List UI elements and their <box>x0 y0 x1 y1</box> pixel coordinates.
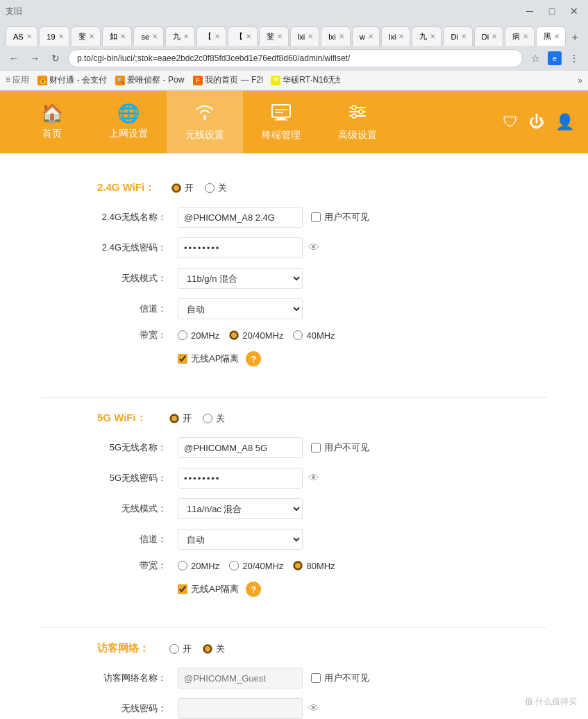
wifi-5g-ap-label[interactable]: 无线AP隔离 <box>178 583 239 595</box>
tab-di2[interactable]: Di✕ <box>474 26 503 46</box>
tab-l2[interactable]: 【✕ <box>228 26 258 46</box>
tab-di1[interactable]: Di✕ <box>443 26 472 46</box>
wifi-5g-off-label[interactable]: 关 <box>203 412 225 425</box>
new-tab-button[interactable]: + <box>567 29 582 46</box>
wifi-24g-bw-2040-radio[interactable] <box>229 330 239 340</box>
guest-on-label[interactable]: 开 <box>169 643 192 655</box>
wifi-24g-ssid-input[interactable] <box>178 207 303 228</box>
guest-on-radio[interactable] <box>169 644 179 654</box>
wifi-24g-bandwidth-row: 带宽： 20MHz 20/40MHz 40MHz <box>42 329 546 341</box>
apps-label[interactable]: ⠿ 应用 <box>6 74 29 86</box>
power-icon[interactable]: ⏻ <box>529 113 544 131</box>
bookmark-caifutong[interactable]: 💰 财付通 - 会支付 会生 <box>37 74 107 86</box>
more-bookmarks[interactable]: » <box>578 76 582 85</box>
back-button[interactable]: ← <box>6 50 22 67</box>
wifi-24g-ap-label[interactable]: 无线AP隔离 <box>178 353 239 365</box>
wifi-24g-password-input[interactable] <box>178 237 303 258</box>
menu-button[interactable]: ⋮ <box>566 50 582 67</box>
wifi-24g-off-label[interactable]: 关 <box>205 182 227 194</box>
forward-button[interactable]: → <box>26 50 43 67</box>
tab-jiu[interactable]: 九✕ <box>165 26 195 46</box>
wifi-24g-help-icon[interactable]: ? <box>246 351 261 366</box>
wifi-24g-bw-2040-label[interactable]: 20/40MHz <box>229 330 283 341</box>
nav-internet-label: 上网设置 <box>109 128 148 140</box>
wifi-5g-hidden-checkbox[interactable] <box>311 443 321 452</box>
guest-off-label[interactable]: 关 <box>203 643 225 655</box>
wifi-5g-ap-checkbox[interactable] <box>178 584 187 594</box>
wifi-5g-bandwidth-group: 20MHz 20/40MHz 80MHz <box>178 561 335 571</box>
tab-19[interactable]: 19✕ <box>39 26 69 46</box>
guest-header: 访客网络： 开 关 <box>97 642 546 655</box>
wifi-24g-on-radio[interactable] <box>171 183 181 193</box>
wifi-24g-eye-icon[interactable]: 👁 <box>308 242 319 254</box>
tab-jiu2[interactable]: 九✕ <box>412 26 442 46</box>
nav-terminal[interactable]: 终端管理 <box>243 91 319 153</box>
bookmark-awei[interactable]: 🔍 爱唯侦察 - Powered <box>115 74 185 86</box>
maximize-button[interactable]: □ <box>544 3 560 19</box>
wifi-5g-mode-select[interactable]: 11a/n/ac 混合 11a 11n 11ac <box>178 498 303 519</box>
wifi-5g-bw-80-radio[interactable] <box>293 561 303 570</box>
nav-home[interactable]: 🏠 首页 <box>14 91 90 153</box>
wifi-5g-ssid-input[interactable] <box>178 437 303 458</box>
wifi-24g-off-radio[interactable] <box>205 183 215 193</box>
nav-wireless[interactable]: 无线设置 <box>167 91 243 153</box>
wifi-5g-on-radio[interactable] <box>169 414 179 423</box>
wifi-24g-off-text: 关 <box>218 182 227 194</box>
minimize-button[interactable]: ─ <box>521 3 538 19</box>
refresh-button[interactable]: ↻ <box>47 50 64 67</box>
tab-w[interactable]: w✕ <box>352 26 380 46</box>
wifi-24g-bw-40-label[interactable]: 40MHz <box>293 330 335 341</box>
wifi-24g-channel-select[interactable]: 自动 1 6 11 <box>178 298 303 319</box>
guest-hidden-checkbox[interactable] <box>311 673 321 683</box>
wifi-5g-channel-select[interactable]: 自动 36 149 <box>178 529 303 550</box>
wifi-5g-bw-80-label[interactable]: 80MHz <box>293 561 335 571</box>
nav-internet[interactable]: 🌐 上网设置 <box>90 91 167 153</box>
wifi-24g-hidden-label[interactable]: 用户不可见 <box>311 211 369 223</box>
bookmark-button[interactable]: ☆ <box>527 50 544 67</box>
bookmark-asus[interactable]: 华 华硕RT-N16无线路由 <box>271 74 340 86</box>
shield-icon[interactable]: 🛡 <box>503 113 518 131</box>
nav-advanced-label: 高级设置 <box>338 129 377 142</box>
tab-bing[interactable]: 病✕ <box>505 26 535 46</box>
tab-hei[interactable]: 黑✕ <box>536 26 566 46</box>
guest-hidden-label[interactable]: 用户不可见 <box>311 672 369 684</box>
wifi-24g-bw-40-radio[interactable] <box>293 330 303 340</box>
bookmark-f2pool[interactable]: F 我的首页 — F2Pool <box>193 74 262 86</box>
wifi-5g-hidden-label[interactable]: 用户不可见 <box>311 441 369 454</box>
guest-off-radio[interactable] <box>203 644 212 654</box>
wifi-5g-eye-icon[interactable]: 👁 <box>308 472 319 484</box>
wifi-24g-hidden-checkbox[interactable] <box>311 212 321 222</box>
wifi-5g-off-radio[interactable] <box>203 414 212 423</box>
tab-ru[interactable]: 如✕ <box>102 26 132 46</box>
wifi-24g-on-label[interactable]: 开 <box>171 182 194 194</box>
wifi-24g-bw-20-label[interactable]: 20MHz <box>178 330 219 341</box>
tab-se[interactable]: se✕ <box>133 26 164 46</box>
wifi-5g-bw-2040-label[interactable]: 20/40MHz <box>229 561 283 571</box>
tab-lxi2[interactable]: lxi✕ <box>321 26 350 46</box>
wifi-5g-bw-20-label[interactable]: 20MHz <box>178 561 219 571</box>
wireless-icon <box>194 103 215 124</box>
guest-password-input[interactable] <box>178 698 303 719</box>
guest-eye-icon[interactable]: 👁 <box>308 702 319 715</box>
wifi-5g-bw-20-radio[interactable] <box>178 561 187 570</box>
guest-ssid-row: 访客网络名称： 用户不可见 <box>42 668 546 688</box>
close-button[interactable]: ✕ <box>566 3 582 19</box>
url-input[interactable] <box>68 49 523 67</box>
user-icon[interactable]: 👤 <box>555 113 574 131</box>
wifi-5g-bw-2040-radio[interactable] <box>229 561 239 570</box>
wifi-24g-bw-20-radio[interactable] <box>178 330 187 340</box>
tab-fei[interactable]: 斐✕ <box>71 26 101 46</box>
nav-advanced[interactable]: 高级设置 <box>319 91 396 153</box>
extension-button[interactable]: e <box>548 51 562 65</box>
wifi-5g-on-label[interactable]: 开 <box>169 412 192 425</box>
wifi-24g-ap-checkbox[interactable] <box>178 354 187 364</box>
guest-ssid-input[interactable] <box>178 668 303 688</box>
tab-lxi3[interactable]: lxi✕ <box>381 26 410 46</box>
wifi-5g-help-icon[interactable]: ? <box>246 582 261 597</box>
wifi-5g-password-input[interactable] <box>178 468 303 489</box>
tab-lxi1[interactable]: lxi✕ <box>290 26 319 46</box>
wifi-24g-mode-select[interactable]: 11b/g/n 混合 11b 11g 11n <box>178 268 303 289</box>
tab-fei2[interactable]: 斐✕ <box>259 26 289 46</box>
tab-as[interactable]: AS✕ <box>6 26 37 46</box>
tab-l1[interactable]: 【✕ <box>196 26 226 46</box>
